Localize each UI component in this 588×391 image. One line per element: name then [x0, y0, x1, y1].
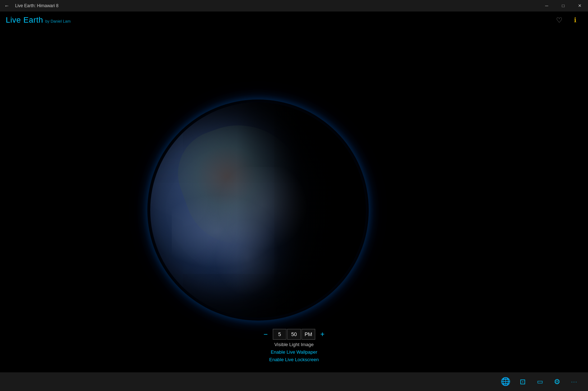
- screen-button[interactable]: ▭: [532, 374, 548, 390]
- time-hour: 5: [273, 329, 286, 340]
- back-button[interactable]: ←: [1, 1, 12, 10]
- app-title-main: Live Earth: [6, 15, 43, 25]
- more-icon: ···: [571, 379, 578, 385]
- app-title-sub: by Daniel Lam: [45, 19, 70, 23]
- maximize-button[interactable]: □: [555, 0, 571, 11]
- monitor-icon: ⊡: [520, 377, 526, 386]
- settings-button[interactable]: ⚙: [549, 374, 565, 390]
- time-period: PM: [302, 329, 315, 340]
- app-title-section: Live Earth by Daniel Lam: [6, 15, 70, 25]
- bottom-toolbar: 🌐 ⊡ ▭ ⚙ ···: [0, 372, 588, 391]
- globe-button[interactable]: 🌐: [497, 374, 513, 390]
- screen-icon: ▭: [537, 378, 543, 386]
- time-control: − 5 50 PM +: [261, 329, 327, 340]
- title-bar-left: ← Live Earth: Himawari 8: [0, 1, 59, 10]
- time-decrease-button[interactable]: −: [261, 330, 270, 339]
- settings-icon: ⚙: [554, 377, 560, 386]
- app-header-right: ♡ ℹ: [552, 13, 582, 27]
- time-minute: 50: [287, 329, 301, 340]
- heart-button[interactable]: ♡: [552, 13, 566, 27]
- window-controls: ─ □ ✕: [538, 0, 588, 11]
- window-title: Live Earth: Himawari 8: [15, 3, 59, 8]
- enable-live-wallpaper-link[interactable]: Enable Live Wallpaper: [271, 349, 317, 355]
- title-bar: ← Live Earth: Himawari 8 ─ □ ✕: [0, 0, 588, 11]
- time-display: 5 50 PM: [273, 329, 315, 340]
- app-header: Live Earth by Daniel Lam ♡ ℹ: [0, 11, 588, 29]
- minimize-button[interactable]: ─: [538, 0, 555, 11]
- time-increase-button[interactable]: +: [318, 330, 327, 339]
- monitor-button[interactable]: ⊡: [515, 374, 530, 390]
- bottom-controls: − 5 50 PM + Visible Light Image Enable L…: [261, 329, 327, 362]
- close-button[interactable]: ✕: [571, 0, 588, 11]
- more-button[interactable]: ···: [566, 374, 582, 390]
- night-overlay: [150, 102, 366, 318]
- image-type-label: Visible Light Image: [274, 342, 314, 347]
- enable-live-lockscreen-link[interactable]: Enable Live Lockscreen: [269, 357, 319, 362]
- info-button[interactable]: ℹ: [568, 13, 582, 27]
- globe-icon: 🌐: [501, 377, 510, 386]
- earth-globe: [150, 102, 366, 318]
- earth-wrapper: [150, 102, 366, 318]
